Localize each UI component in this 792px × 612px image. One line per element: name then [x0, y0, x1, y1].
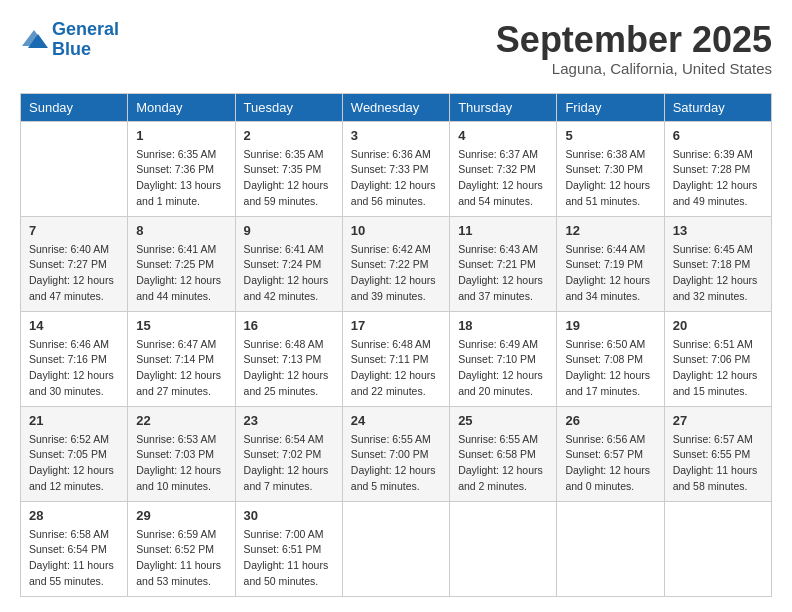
calendar-cell: 29Sunrise: 6:59 AMSunset: 6:52 PMDayligh… — [128, 501, 235, 596]
calendar-cell: 15Sunrise: 6:47 AMSunset: 7:14 PMDayligh… — [128, 311, 235, 406]
calendar-cell: 25Sunrise: 6:55 AMSunset: 6:58 PMDayligh… — [450, 406, 557, 501]
calendar-cell: 20Sunrise: 6:51 AMSunset: 7:06 PMDayligh… — [664, 311, 771, 406]
day-number: 27 — [673, 413, 763, 428]
header-day-tuesday: Tuesday — [235, 93, 342, 121]
day-number: 18 — [458, 318, 548, 333]
location: Laguna, California, United States — [496, 60, 772, 77]
cell-info: Sunrise: 7:00 AMSunset: 6:51 PMDaylight:… — [244, 527, 334, 590]
cell-info: Sunrise: 6:57 AMSunset: 6:55 PMDaylight:… — [673, 432, 763, 495]
header-day-saturday: Saturday — [664, 93, 771, 121]
calendar-cell — [664, 501, 771, 596]
cell-info: Sunrise: 6:37 AMSunset: 7:32 PMDaylight:… — [458, 147, 548, 210]
day-number: 5 — [565, 128, 655, 143]
day-number: 4 — [458, 128, 548, 143]
cell-info: Sunrise: 6:48 AMSunset: 7:11 PMDaylight:… — [351, 337, 441, 400]
day-number: 26 — [565, 413, 655, 428]
cell-info: Sunrise: 6:45 AMSunset: 7:18 PMDaylight:… — [673, 242, 763, 305]
day-number: 14 — [29, 318, 119, 333]
cell-info: Sunrise: 6:58 AMSunset: 6:54 PMDaylight:… — [29, 527, 119, 590]
calendar-cell: 1Sunrise: 6:35 AMSunset: 7:36 PMDaylight… — [128, 121, 235, 216]
calendar-cell: 23Sunrise: 6:54 AMSunset: 7:02 PMDayligh… — [235, 406, 342, 501]
calendar-cell: 21Sunrise: 6:52 AMSunset: 7:05 PMDayligh… — [21, 406, 128, 501]
calendar-cell: 30Sunrise: 7:00 AMSunset: 6:51 PMDayligh… — [235, 501, 342, 596]
day-number: 30 — [244, 508, 334, 523]
day-number: 20 — [673, 318, 763, 333]
day-number: 23 — [244, 413, 334, 428]
calendar-cell: 16Sunrise: 6:48 AMSunset: 7:13 PMDayligh… — [235, 311, 342, 406]
cell-info: Sunrise: 6:35 AMSunset: 7:36 PMDaylight:… — [136, 147, 226, 210]
cell-info: Sunrise: 6:42 AMSunset: 7:22 PMDaylight:… — [351, 242, 441, 305]
calendar-cell: 14Sunrise: 6:46 AMSunset: 7:16 PMDayligh… — [21, 311, 128, 406]
cell-info: Sunrise: 6:46 AMSunset: 7:16 PMDaylight:… — [29, 337, 119, 400]
calendar-cell: 19Sunrise: 6:50 AMSunset: 7:08 PMDayligh… — [557, 311, 664, 406]
header-day-monday: Monday — [128, 93, 235, 121]
cell-info: Sunrise: 6:50 AMSunset: 7:08 PMDaylight:… — [565, 337, 655, 400]
calendar-header: SundayMondayTuesdayWednesdayThursdayFrid… — [21, 93, 772, 121]
header-day-thursday: Thursday — [450, 93, 557, 121]
day-number: 9 — [244, 223, 334, 238]
day-number: 1 — [136, 128, 226, 143]
logo-line1: General — [52, 19, 119, 39]
day-number: 12 — [565, 223, 655, 238]
cell-info: Sunrise: 6:43 AMSunset: 7:21 PMDaylight:… — [458, 242, 548, 305]
cell-info: Sunrise: 6:59 AMSunset: 6:52 PMDaylight:… — [136, 527, 226, 590]
cell-info: Sunrise: 6:39 AMSunset: 7:28 PMDaylight:… — [673, 147, 763, 210]
cell-info: Sunrise: 6:54 AMSunset: 7:02 PMDaylight:… — [244, 432, 334, 495]
cell-info: Sunrise: 6:52 AMSunset: 7:05 PMDaylight:… — [29, 432, 119, 495]
cell-info: Sunrise: 6:51 AMSunset: 7:06 PMDaylight:… — [673, 337, 763, 400]
day-number: 21 — [29, 413, 119, 428]
day-number: 6 — [673, 128, 763, 143]
calendar-cell: 6Sunrise: 6:39 AMSunset: 7:28 PMDaylight… — [664, 121, 771, 216]
day-number: 15 — [136, 318, 226, 333]
calendar-cell: 13Sunrise: 6:45 AMSunset: 7:18 PMDayligh… — [664, 216, 771, 311]
day-number: 2 — [244, 128, 334, 143]
calendar-cell: 5Sunrise: 6:38 AMSunset: 7:30 PMDaylight… — [557, 121, 664, 216]
calendar-cell: 22Sunrise: 6:53 AMSunset: 7:03 PMDayligh… — [128, 406, 235, 501]
day-number: 19 — [565, 318, 655, 333]
calendar-cell — [557, 501, 664, 596]
header-day-wednesday: Wednesday — [342, 93, 449, 121]
cell-info: Sunrise: 6:35 AMSunset: 7:35 PMDaylight:… — [244, 147, 334, 210]
calendar-cell: 2Sunrise: 6:35 AMSunset: 7:35 PMDaylight… — [235, 121, 342, 216]
calendar-cell: 24Sunrise: 6:55 AMSunset: 7:00 PMDayligh… — [342, 406, 449, 501]
day-number: 28 — [29, 508, 119, 523]
day-number: 24 — [351, 413, 441, 428]
day-number: 25 — [458, 413, 548, 428]
week-row-4: 21Sunrise: 6:52 AMSunset: 7:05 PMDayligh… — [21, 406, 772, 501]
month-title: September 2025 — [496, 20, 772, 60]
calendar-cell: 7Sunrise: 6:40 AMSunset: 7:27 PMDaylight… — [21, 216, 128, 311]
week-row-1: 1Sunrise: 6:35 AMSunset: 7:36 PMDaylight… — [21, 121, 772, 216]
cell-info: Sunrise: 6:40 AMSunset: 7:27 PMDaylight:… — [29, 242, 119, 305]
cell-info: Sunrise: 6:49 AMSunset: 7:10 PMDaylight:… — [458, 337, 548, 400]
title-section: September 2025 Laguna, California, Unite… — [496, 20, 772, 77]
logo: General Blue — [20, 20, 119, 60]
calendar-cell — [21, 121, 128, 216]
calendar-cell: 3Sunrise: 6:36 AMSunset: 7:33 PMDaylight… — [342, 121, 449, 216]
cell-info: Sunrise: 6:53 AMSunset: 7:03 PMDaylight:… — [136, 432, 226, 495]
cell-info: Sunrise: 6:41 AMSunset: 7:24 PMDaylight:… — [244, 242, 334, 305]
day-number: 29 — [136, 508, 226, 523]
calendar-body: 1Sunrise: 6:35 AMSunset: 7:36 PMDaylight… — [21, 121, 772, 596]
calendar-cell: 10Sunrise: 6:42 AMSunset: 7:22 PMDayligh… — [342, 216, 449, 311]
logo-text: General Blue — [52, 20, 119, 60]
calendar-cell: 8Sunrise: 6:41 AMSunset: 7:25 PMDaylight… — [128, 216, 235, 311]
day-number: 8 — [136, 223, 226, 238]
cell-info: Sunrise: 6:55 AMSunset: 7:00 PMDaylight:… — [351, 432, 441, 495]
day-number: 10 — [351, 223, 441, 238]
day-number: 11 — [458, 223, 548, 238]
cell-info: Sunrise: 6:38 AMSunset: 7:30 PMDaylight:… — [565, 147, 655, 210]
day-number: 3 — [351, 128, 441, 143]
cell-info: Sunrise: 6:41 AMSunset: 7:25 PMDaylight:… — [136, 242, 226, 305]
day-number: 16 — [244, 318, 334, 333]
calendar-cell: 28Sunrise: 6:58 AMSunset: 6:54 PMDayligh… — [21, 501, 128, 596]
calendar-cell: 26Sunrise: 6:56 AMSunset: 6:57 PMDayligh… — [557, 406, 664, 501]
calendar-cell: 9Sunrise: 6:41 AMSunset: 7:24 PMDaylight… — [235, 216, 342, 311]
cell-info: Sunrise: 6:56 AMSunset: 6:57 PMDaylight:… — [565, 432, 655, 495]
header-day-sunday: Sunday — [21, 93, 128, 121]
week-row-2: 7Sunrise: 6:40 AMSunset: 7:27 PMDaylight… — [21, 216, 772, 311]
logo-line2: Blue — [52, 39, 91, 59]
cell-info: Sunrise: 6:55 AMSunset: 6:58 PMDaylight:… — [458, 432, 548, 495]
calendar-cell: 4Sunrise: 6:37 AMSunset: 7:32 PMDaylight… — [450, 121, 557, 216]
day-number: 7 — [29, 223, 119, 238]
week-row-3: 14Sunrise: 6:46 AMSunset: 7:16 PMDayligh… — [21, 311, 772, 406]
